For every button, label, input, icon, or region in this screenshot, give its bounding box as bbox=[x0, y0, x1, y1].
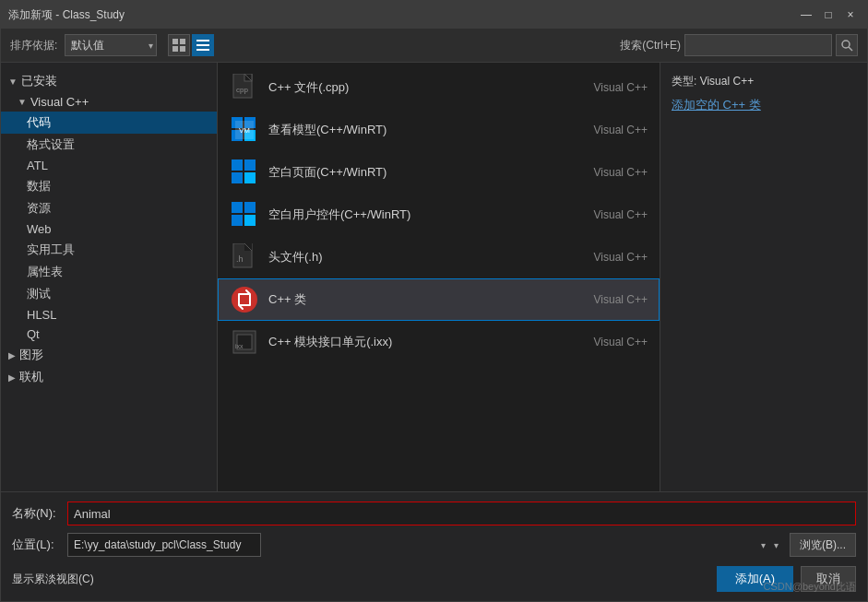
sidebar-item-property[interactable]: 属性表 bbox=[1, 261, 217, 283]
maximize-button[interactable]: □ bbox=[819, 6, 838, 24]
svg-rect-2 bbox=[172, 46, 178, 52]
header-file-icon: .h bbox=[230, 242, 259, 272]
cpp-file-svg: cpp bbox=[232, 74, 257, 101]
sidebar-item-data[interactable]: 数据 bbox=[1, 175, 217, 197]
watermark: CSDN@beyond比语 bbox=[764, 580, 856, 594]
blank-control-name: 空白用户控件(C++/WinRT) bbox=[268, 207, 594, 223]
title-bar-controls: — □ × bbox=[797, 6, 860, 24]
grid-view-button[interactable] bbox=[168, 34, 190, 56]
header-name: 头文件(.h) bbox=[268, 249, 594, 266]
name-label: 名称(N): bbox=[12, 505, 67, 522]
sidebar: ▼ 已安装 ▼ Visual C++ 代码 格式设置 ATL 数据 资源 bbox=[1, 63, 218, 491]
list-item-module[interactable]: ixx C++ 模块接口单元(.ixx) Visual C++ bbox=[218, 321, 660, 363]
sidebar-item-atl[interactable]: ATL bbox=[1, 156, 217, 175]
main-area: ▼ 已安装 ▼ Visual C++ 代码 格式设置 ATL 数据 资源 bbox=[1, 63, 867, 491]
expand-icon-2: ▼ bbox=[18, 97, 27, 107]
cpp-class-svg bbox=[230, 285, 259, 314]
svg-text:.h: .h bbox=[236, 254, 244, 264]
search-button[interactable] bbox=[836, 34, 858, 56]
svg-rect-5 bbox=[196, 44, 209, 46]
main-window: 添加新项 - Class_Study — □ × 排序依据: 默认值 名称 类型 bbox=[0, 0, 868, 602]
graphics-label: 图形 bbox=[19, 347, 43, 363]
show-preview-button[interactable]: 显示累淡视图(C) bbox=[12, 572, 94, 587]
name-row: 名称(N): bbox=[12, 502, 856, 525]
location-row: 位置(L): E:\yy_data\study_pcl\Class_Study … bbox=[12, 533, 856, 557]
svg-rect-0 bbox=[172, 39, 178, 44]
sort-select-wrapper: 默认值 名称 类型 bbox=[65, 34, 157, 56]
cpp-file-type: Visual C++ bbox=[594, 81, 648, 94]
cpp-file-icon: cpp bbox=[230, 73, 259, 102]
remote-expand-icon: ▶ bbox=[8, 372, 16, 383]
sort-select[interactable]: 默认值 名称 类型 bbox=[65, 34, 157, 56]
list-item-cpp-file[interactable]: cpp C++ 文件(.cpp) Visual C++ bbox=[218, 66, 660, 109]
svg-text:ixx: ixx bbox=[235, 343, 244, 349]
path-select-wrapper: E:\yy_data\study_pcl\Class_Study ▾ bbox=[67, 533, 784, 557]
sidebar-item-label-hlsl: HLSL bbox=[27, 308, 57, 322]
list-item-blank-page[interactable]: 空白页面(C++/WinRT) Visual C++ bbox=[218, 151, 660, 194]
blank-page-type: Visual C++ bbox=[594, 166, 648, 179]
graphics-section[interactable]: ▶ 图形 bbox=[1, 344, 217, 366]
sidebar-item-web[interactable]: Web bbox=[1, 219, 217, 239]
sidebar-item-hlsl[interactable]: HLSL bbox=[1, 305, 217, 325]
list-icon bbox=[196, 39, 209, 52]
sidebar-item-label-property: 属性表 bbox=[27, 265, 63, 278]
svg-rect-3 bbox=[180, 46, 185, 52]
installed-label: 已安装 bbox=[21, 73, 57, 89]
close-button[interactable]: × bbox=[841, 6, 860, 24]
view-buttons bbox=[168, 34, 214, 56]
location-controls: E:\yy_data\study_pcl\Class_Study ▾ 浏览(B)… bbox=[67, 533, 856, 557]
sidebar-item-code[interactable]: 代码 bbox=[1, 112, 217, 134]
svg-text:cpp: cpp bbox=[236, 86, 248, 94]
sidebar-item-label-qt: Qt bbox=[27, 327, 40, 341]
cpp-class-type: Visual C++ bbox=[594, 293, 648, 306]
visual-cpp-label: Visual C++ bbox=[30, 95, 89, 109]
search-area: 搜索(Ctrl+E) bbox=[620, 34, 858, 56]
grid-icon bbox=[172, 39, 185, 52]
list-item-header[interactable]: .h 头文件(.h) Visual C++ bbox=[218, 236, 660, 278]
sidebar-item-label-test: 测试 bbox=[27, 287, 51, 301]
module-name: C++ 模块接口单元(.ixx) bbox=[268, 334, 594, 350]
footer-row: 显示累淡视图(C) 添加(A) 取消 bbox=[12, 566, 856, 592]
sidebar-item-test[interactable]: 测试 bbox=[1, 283, 217, 305]
module-icon: ixx bbox=[230, 327, 259, 357]
svg-rect-4 bbox=[196, 40, 209, 41]
blank-page-name: 空白页面(C++/WinRT) bbox=[268, 164, 594, 181]
sidebar-item-label-data: 数据 bbox=[27, 179, 51, 193]
right-panel-description[interactable]: 添加空的 C++ 类 bbox=[672, 97, 856, 113]
right-panel-type: 类型: Visual C++ bbox=[672, 74, 856, 89]
cpp-class-icon bbox=[230, 285, 259, 314]
module-type: Visual C++ bbox=[594, 336, 648, 348]
path-select[interactable]: E:\yy_data\study_pcl\Class_Study bbox=[67, 533, 261, 557]
installed-section[interactable]: ▼ 已安装 bbox=[1, 70, 217, 92]
sidebar-item-label-code: 代码 bbox=[27, 115, 51, 129]
list-view-button[interactable] bbox=[192, 34, 214, 56]
module-svg: ixx bbox=[232, 329, 257, 355]
blank-page-icon bbox=[230, 158, 259, 187]
graphics-expand-icon: ▶ bbox=[8, 350, 16, 360]
list-item-blank-control[interactable]: 空白用户控件(C++/WinRT) Visual C++ bbox=[218, 194, 660, 236]
sidebar-item-label-utility: 实用工具 bbox=[27, 242, 75, 256]
browse-button[interactable]: 浏览(B)... bbox=[790, 533, 856, 557]
remote-section[interactable]: ▶ 联机 bbox=[1, 366, 217, 388]
header-svg: .h bbox=[232, 243, 257, 271]
sidebar-item-label-web: Web bbox=[27, 222, 52, 236]
name-input[interactable] bbox=[67, 502, 856, 525]
toolbar: 排序依据: 默认值 名称 类型 bbox=[1, 29, 867, 63]
sidebar-item-format[interactable]: 格式设置 bbox=[1, 134, 217, 156]
visual-cpp-section[interactable]: ▼ Visual C++ bbox=[1, 92, 217, 112]
sidebar-item-utility[interactable]: 实用工具 bbox=[1, 239, 217, 261]
list-item-cpp-class[interactable]: C++ 类 Visual C++ bbox=[218, 278, 660, 321]
minimize-button[interactable]: — bbox=[797, 6, 815, 24]
right-panel: 类型: Visual C++ 添加空的 C++ 类 bbox=[660, 63, 867, 491]
search-icon bbox=[841, 40, 853, 52]
location-label: 位置(L): bbox=[12, 537, 67, 553]
cpp-class-name: C++ 类 bbox=[268, 291, 594, 308]
sidebar-item-resource[interactable]: 资源 bbox=[1, 197, 217, 219]
list-item-view-model[interactable]: VM 查看模型(C++/WinRT) Visual C++ bbox=[218, 109, 660, 151]
title-bar: 添加新项 - Class_Study — □ × bbox=[1, 1, 867, 29]
remote-label: 联机 bbox=[19, 369, 43, 385]
sidebar-item-qt[interactable]: Qt bbox=[1, 325, 217, 344]
search-input[interactable] bbox=[684, 34, 832, 56]
view-model-name: 查看模型(C++/WinRT) bbox=[268, 122, 594, 138]
bottom-area: 名称(N): 位置(L): E:\yy_data\study_pcl\Class… bbox=[1, 491, 867, 601]
